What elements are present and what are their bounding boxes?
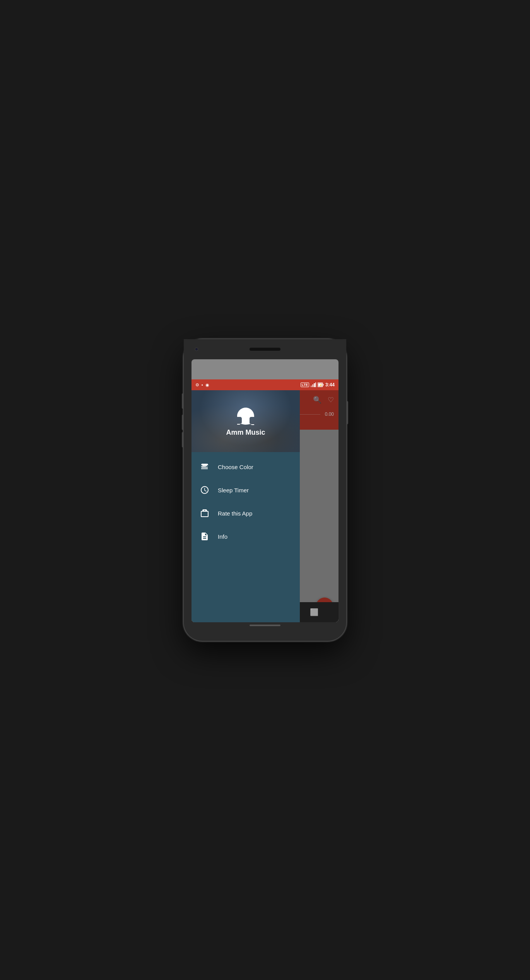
sleep-timer-label: Sleep Timer	[218, 487, 249, 493]
svg-rect-5	[323, 384, 323, 386]
svg-rect-1	[312, 384, 313, 387]
app-name: Amm Music	[226, 429, 265, 437]
info-label: Info	[218, 533, 227, 540]
document-icon	[199, 531, 210, 542]
clock-icon	[199, 485, 210, 495]
navigation-drawer: Amm Music Cho	[191, 390, 300, 622]
sim-status-icon: ▪	[202, 382, 203, 387]
drawer-menu: Choose Color Sleep Timer	[191, 452, 300, 622]
svg-text:⚡: ⚡	[319, 384, 322, 387]
app-content: 🔍 ♡ ⇒ 0.00 LIST FAVORITES	[191, 390, 339, 622]
drawer-overlay[interactable]	[300, 390, 339, 622]
svg-rect-3	[315, 382, 316, 387]
menu-item-rate-app[interactable]: Rate this App	[191, 502, 300, 525]
menu-item-info[interactable]: Info	[191, 525, 300, 548]
status-bar: ⚙ ▪ ◉ LTE ⚡	[191, 379, 339, 390]
status-left-icons: ⚙ ▪ ◉	[195, 382, 209, 388]
headphone-icon	[234, 406, 257, 425]
palette-icon	[199, 461, 210, 472]
gesture-bar	[250, 625, 280, 626]
camera	[195, 347, 198, 351]
circle-status-icon: ◉	[205, 382, 209, 388]
signal-icon	[311, 382, 316, 387]
phone-screen: ⚙ ▪ ◉ LTE ⚡	[191, 359, 339, 622]
lte-icon: LTE	[301, 382, 309, 387]
menu-item-sleep-timer[interactable]: Sleep Timer	[191, 478, 300, 502]
phone-top	[184, 339, 346, 359]
status-time: 3:44	[325, 382, 335, 388]
drawer-header: Amm Music	[191, 390, 300, 452]
svg-rect-0	[311, 386, 312, 387]
menu-item-choose-color[interactable]: Choose Color	[191, 455, 300, 478]
svg-rect-2	[314, 383, 315, 387]
status-right-icons: LTE ⚡ 3:44	[301, 382, 335, 388]
settings-status-icon: ⚙	[195, 382, 199, 388]
phone-frame: ⚙ ▪ ◉ LTE ⚡	[184, 339, 346, 641]
rate-app-label: Rate this App	[218, 510, 252, 517]
speaker	[250, 348, 280, 351]
briefcase-icon	[199, 508, 210, 519]
choose-color-label: Choose Color	[218, 464, 253, 470]
battery-icon: ⚡	[318, 382, 324, 387]
